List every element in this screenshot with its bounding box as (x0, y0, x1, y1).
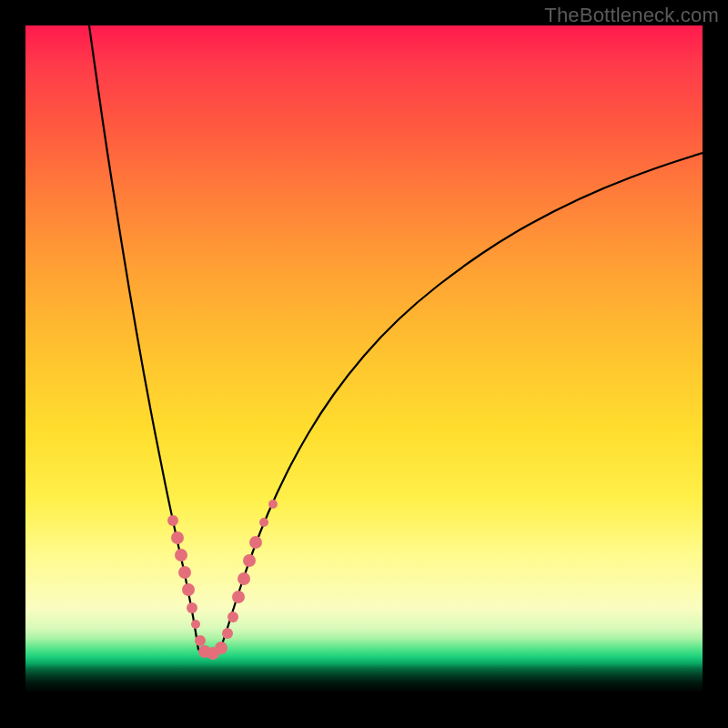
watermark-text: TheBottleneck.com (544, 4, 719, 27)
plot-area (25, 25, 703, 703)
background-gradient (25, 25, 703, 703)
